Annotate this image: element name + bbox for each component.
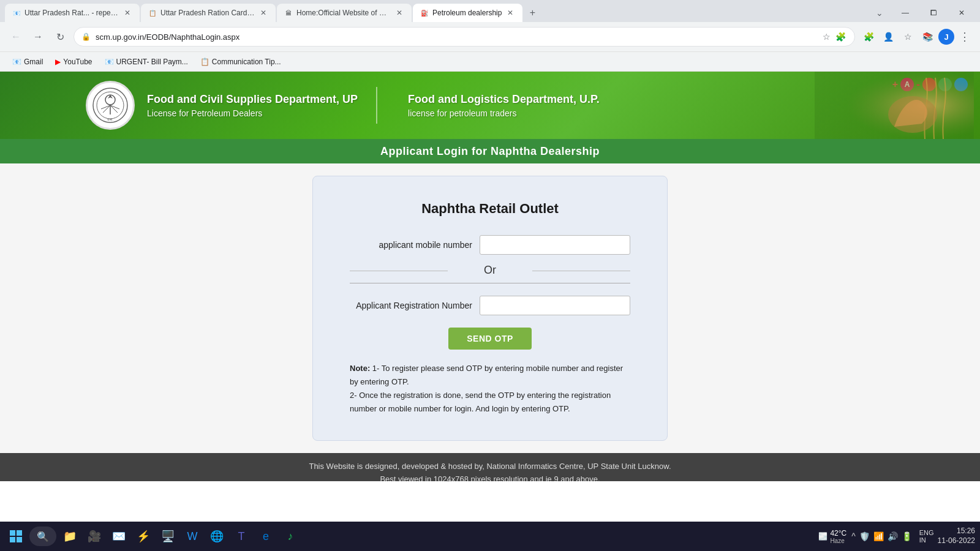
bookmark-star-icon[interactable]: ☆ [821,31,832,43]
mobile-label: applicant mobile number [350,240,472,250]
system-tray: 🌫️ 42°C Haze ^ 🛡️ 📶 🔊 🔋 ENG IN 15:26 11-… [818,527,975,545]
form-divider [350,283,630,283]
tray-battery[interactable]: 🔋 [900,530,913,542]
page-content: उ.प्र. Food and Civil Supplies Departmen… [0,72,980,481]
taskbar: 🔍 📁 🎥 ✉️ ⚡ 🖥️ W 🌐 T e ♪ 🌫️ 42°C Haze ^ 🛡… [0,522,980,551]
tray-volume[interactable]: 🔊 [886,530,899,542]
registration-number-input[interactable] [480,296,630,315]
registration-label: Applicant Registration Number [350,301,472,310]
new-tab-button[interactable]: + [524,4,541,21]
address-bar-row: ← → ↻ 🔒 scm.up.gov.in/EODB/NaphthaLogin.… [0,22,980,51]
bookmark-gmail-label: Gmail [24,58,43,66]
extension-icon[interactable]: 🧩 [834,31,847,43]
tab-2[interactable]: 📋 Uttar Pradesh Ration Card List - ... ✕ [141,4,276,22]
tab-3-close[interactable]: ✕ [394,8,404,18]
dept1-license: License for Petroleum Dealers [147,108,358,118]
bookmark-youtube[interactable]: ▶ YouTube [50,56,97,68]
favorites-button[interactable]: ☆ [899,28,916,45]
registration-number-row: Applicant Registration Number [350,296,630,315]
bookmark-bill-payment[interactable]: 📧 URGENT- Bill Paym... [100,56,193,68]
tab-list-button[interactable]: ⌄ [873,7,886,19]
tab-1[interactable]: 📧 Uttar Pradesh Rat... - repetitive ✕ [5,4,140,22]
tab-4-close[interactable]: ✕ [505,8,515,18]
mobile-number-row: applicant mobile number [350,235,630,255]
weather-condition: Haze [830,538,846,544]
close-button[interactable]: ✕ [948,4,975,21]
more-button[interactable]: ⋮ [957,28,973,46]
send-otp-button[interactable]: SEND OTP [448,328,532,350]
wheat-image [809,72,980,139]
bookmark-communication[interactable]: 📋 Communication Tip... [195,56,286,68]
taskbar-chrome[interactable]: 🌐 [206,525,228,547]
weather-widget[interactable]: 🌫️ 42°C Haze [818,529,846,544]
mobile-number-input[interactable] [480,235,630,255]
maximize-button[interactable]: ⧠ [920,4,947,21]
note-line1: Note: 1- To register please send OTP by … [350,362,630,389]
date-display: 11-06-2022 [938,536,975,546]
bookmark-communication-label: Communication Tip... [212,58,281,66]
search-bar[interactable]: 🔍 [29,527,56,546]
header-dept-left: Food and Civil Supplies Department, UP L… [147,93,358,118]
taskbar-mail[interactable]: ✉️ [108,525,130,547]
dept2-license: license for petroleum traders [408,108,600,118]
minimize-button[interactable]: — [892,4,919,21]
clock[interactable]: 15:26 11-06-2022 [938,527,975,545]
tab-3-favicon: 🏛 [284,9,293,17]
svg-line-6 [101,105,110,109]
tray-network[interactable]: 📶 [872,530,885,542]
svg-rect-13 [10,537,15,542]
taskbar-edge[interactable]: e [255,525,277,547]
sub-header-text: Applicant Login for Naphtha Dealership [380,145,600,158]
weather-temp: 42°C [830,529,846,538]
tab-1-favicon: 📧 [12,9,21,17]
taskbar-video[interactable]: 🎥 [83,525,105,547]
taskbar-spotify[interactable]: ♪ [279,525,301,547]
header-divider [376,87,377,124]
address-bar[interactable]: 🔒 scm.up.gov.in/EODB/NaphthaLogin.aspx ☆… [74,27,855,47]
forward-button[interactable]: → [29,28,47,45]
site-logo: उ.प्र. [86,81,135,130]
svg-rect-14 [17,537,22,542]
collections-button[interactable]: 📚 [919,28,936,45]
tab-4[interactable]: ⛽ Petroleum dealership ✕ [413,4,522,22]
svg-rect-11 [10,530,15,536]
reload-button[interactable]: ↻ [51,28,69,45]
lang-region: ENG IN [919,529,934,544]
taskbar-explorer[interactable]: 📁 [59,525,81,547]
toolbar-icons: 🧩 👤 ☆ 📚 J ⋮ [860,28,973,46]
svg-line-4 [103,105,110,113]
footer-line2: Best viewed in 1024x768 pixels resolutio… [7,473,973,481]
back-button[interactable]: ← [7,28,24,45]
address-bar-actions: ☆ 🧩 [821,31,847,43]
browser-chrome: 📧 Uttar Pradesh Rat... - repetitive ✕ 📋 … [0,0,980,72]
tab-3[interactable]: 🏛 Home:Official Website of Uttar P... ✕ [277,4,412,22]
extensions-button[interactable]: 🧩 [860,28,877,45]
taskbar-word[interactable]: W [181,525,203,547]
site-footer: This Website is designed, developed & ho… [0,453,980,481]
window-controls: — ⧠ ✕ [892,4,975,21]
start-button[interactable] [5,525,27,547]
form-notes: Note: 1- To register please send OTP by … [350,362,630,416]
gmail-favicon: 📧 [12,58,21,66]
tray-antivirus[interactable]: 🛡️ [858,530,871,542]
tab-bar: 📧 Uttar Pradesh Rat... - repetitive ✕ 📋 … [0,0,980,22]
taskbar-lightning[interactable]: ⚡ [132,525,154,547]
form-title: Naphtha Retail Outlet [350,201,630,217]
bookmarks-bar: 📧 Gmail ▶ YouTube 📧 URGENT- Bill Paym...… [0,51,980,71]
tab-1-close[interactable]: ✕ [123,8,132,18]
bookmark-gmail[interactable]: 📧 Gmail [7,56,48,68]
tab-2-close[interactable]: ✕ [258,8,268,18]
account-button[interactable]: 👤 [880,28,897,45]
tab-controls: ⌄ [873,7,886,19]
header-decoration [809,72,980,139]
svg-text:उ.प्र.: उ.प्र. [107,118,113,122]
tab-4-favicon: ⛽ [420,9,429,17]
dept2-name: Food and Logistics Department, U.P. [408,93,600,106]
tab-4-title: Petroleum dealership [432,9,502,17]
tray-up-arrow[interactable]: ^ [850,530,857,542]
note-label: Note: [350,364,370,373]
taskbar-teams[interactable]: T [230,525,252,547]
taskbar-desktop[interactable]: 🖥️ [157,525,179,547]
bookmark-youtube-label: YouTube [63,58,92,66]
profile-avatar[interactable]: J [938,29,954,45]
